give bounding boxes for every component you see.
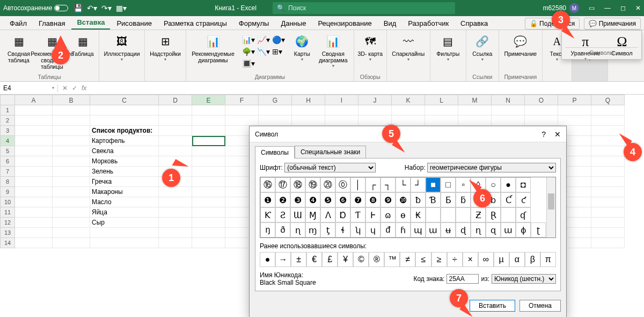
symbol-cell[interactable]: Ƶ: [471, 207, 486, 222]
cell-A5[interactable]: [15, 146, 53, 156]
cell-C9[interactable]: Макароны: [90, 187, 159, 197]
row-header-14[interactable]: 14: [0, 238, 15, 248]
tab-Данные[interactable]: Данные: [275, 17, 311, 30]
cell-Q6[interactable]: [591, 156, 625, 167]
col-header-H[interactable]: H: [292, 95, 325, 105]
dialog-help-icon[interactable]: ?: [541, 130, 546, 139]
symbol-cell[interactable]: Ɯ: [290, 207, 305, 222]
cell-E7[interactable]: [192, 167, 225, 177]
cell-E11[interactable]: [192, 207, 225, 218]
cell-D10[interactable]: [159, 197, 192, 207]
cell-B6[interactable]: [53, 156, 90, 167]
cell-N2[interactable]: [492, 116, 525, 126]
cell-A13[interactable]: [15, 228, 53, 238]
symbol-cell[interactable]: └: [396, 177, 411, 192]
symbol-cell[interactable]: ɳ: [290, 222, 305, 237]
cell-B13[interactable]: [53, 228, 90, 238]
cell-E13[interactable]: [192, 228, 225, 238]
cell-B3[interactable]: [53, 126, 90, 136]
symbol-cell[interactable]: ❷: [275, 192, 290, 207]
enter-fx-icon[interactable]: ✓: [72, 84, 77, 92]
recommended-charts-button[interactable]: 📊Рекомендуемые диаграммы: [189, 32, 237, 63]
symbol-cell[interactable]: [441, 207, 456, 222]
search-box[interactable]: 🔍 Поиск: [273, 2, 455, 14]
symbol-cell[interactable]: ɯ: [426, 222, 441, 237]
col-header-B[interactable]: B: [53, 95, 90, 105]
symbol-cell[interactable]: ❹: [305, 192, 320, 207]
symbol-cell[interactable]: Ⱶ: [365, 207, 380, 222]
cell-J2[interactable]: [358, 116, 392, 126]
symbol-cell[interactable]: □: [441, 177, 456, 192]
symbol-cell[interactable]: Ʌ: [320, 207, 335, 222]
cell-I1[interactable]: [325, 105, 358, 116]
cancel-button[interactable]: Отмена: [519, 300, 561, 312]
recent-symbol[interactable]: ∞: [478, 252, 494, 267]
qat-dropdown-icon[interactable]: ▦▾: [116, 4, 127, 12]
cell-E9[interactable]: [192, 187, 225, 197]
cell-C13[interactable]: [90, 228, 159, 238]
comments-button[interactable]: 💬 Примечания: [584, 18, 641, 30]
cell-A14[interactable]: [15, 238, 53, 248]
symbol-cell[interactable]: ɋ: [486, 222, 501, 237]
cancel-fx-icon[interactable]: ✕: [62, 84, 68, 92]
row-header-10[interactable]: 10: [0, 197, 15, 207]
tab-Вид[interactable]: Вид: [378, 17, 402, 30]
recent-symbol[interactable]: β: [525, 252, 540, 267]
name-box[interactable]: E4▾: [0, 84, 58, 92]
symbol-cell[interactable]: [426, 207, 441, 222]
symbol-cell[interactable]: ❼: [350, 192, 365, 207]
cell-B8[interactable]: [53, 177, 90, 187]
cell-O1[interactable]: [525, 105, 558, 116]
symbol-cell[interactable]: ɱ: [305, 222, 320, 237]
recent-symbol[interactable]: ¥: [338, 252, 353, 267]
pivot-table-button[interactable]: ▦Сводная таблица: [3, 32, 34, 63]
symbol-cell[interactable]: ŋ: [260, 222, 275, 237]
cell-Q11[interactable]: [591, 207, 625, 218]
cell-D12[interactable]: [159, 218, 192, 228]
symbol-cell[interactable]: ɯ: [501, 222, 516, 237]
cell-C10[interactable]: Масло: [90, 197, 159, 207]
symbol-cell[interactable]: │: [350, 177, 365, 192]
symbol-cell[interactable]: đ: [380, 222, 396, 237]
cell-C6[interactable]: Морковь: [90, 156, 159, 167]
symbol-cell[interactable]: ○: [486, 177, 501, 192]
cell-A9[interactable]: [15, 187, 53, 197]
recent-symbol[interactable]: ≠: [400, 252, 415, 267]
cell-A2[interactable]: [15, 116, 53, 126]
cell-E12[interactable]: [192, 218, 225, 228]
tab-Разметка страницы[interactable]: Разметка страницы: [158, 17, 232, 30]
cell-E1[interactable]: [192, 105, 225, 116]
cell-Q13[interactable]: [591, 228, 625, 238]
cell-A10[interactable]: [15, 197, 53, 207]
dialog-close-icon[interactable]: ✕: [554, 130, 561, 139]
row-header-9[interactable]: 9: [0, 187, 15, 197]
symbol-cell[interactable]: ⑲: [305, 177, 320, 192]
recent-symbol[interactable]: µ: [494, 252, 509, 267]
symbol-cell[interactable]: [501, 207, 516, 222]
symbol-cell[interactable]: Ƙ: [260, 207, 275, 222]
cell-D13[interactable]: [159, 228, 192, 238]
maximize-icon[interactable]: ◻: [620, 4, 626, 12]
cell-Q10[interactable]: [591, 197, 625, 207]
symbol-cell[interactable]: ʠ: [516, 207, 531, 222]
col-header-D[interactable]: D: [159, 95, 192, 105]
addins-button[interactable]: ⊞Надстройки▾: [148, 32, 182, 62]
symbol-cell[interactable]: ❾: [380, 192, 396, 207]
pivot-chart-button[interactable]: 📊Сводная диаграмма▾: [316, 32, 350, 68]
symbol-cell[interactable]: ɸ: [516, 222, 531, 237]
cell-Q1[interactable]: [591, 105, 625, 116]
row-header-4[interactable]: 4: [0, 136, 15, 146]
cell-O2[interactable]: [525, 116, 558, 126]
recent-symbols[interactable]: ●→±€£¥©®™≠≤≥÷×∞µαβπ: [260, 252, 556, 267]
autosave-toggle[interactable]: Автосохранение: [3, 4, 68, 12]
col-header-O[interactable]: O: [525, 95, 558, 105]
symbol-cell[interactable]: ❻: [335, 192, 350, 207]
cell-A4[interactable]: [15, 136, 53, 146]
cell-C4[interactable]: Картофель: [90, 136, 159, 146]
cell-Q5[interactable]: [591, 146, 625, 156]
row-header-12[interactable]: 12: [0, 218, 15, 228]
sparklines-button[interactable]: 〰Спарклайны▾: [390, 32, 427, 62]
recent-symbol[interactable]: ×: [463, 252, 478, 267]
recent-symbol[interactable]: €: [306, 252, 322, 267]
insert-button[interactable]: Вставить: [470, 300, 515, 312]
